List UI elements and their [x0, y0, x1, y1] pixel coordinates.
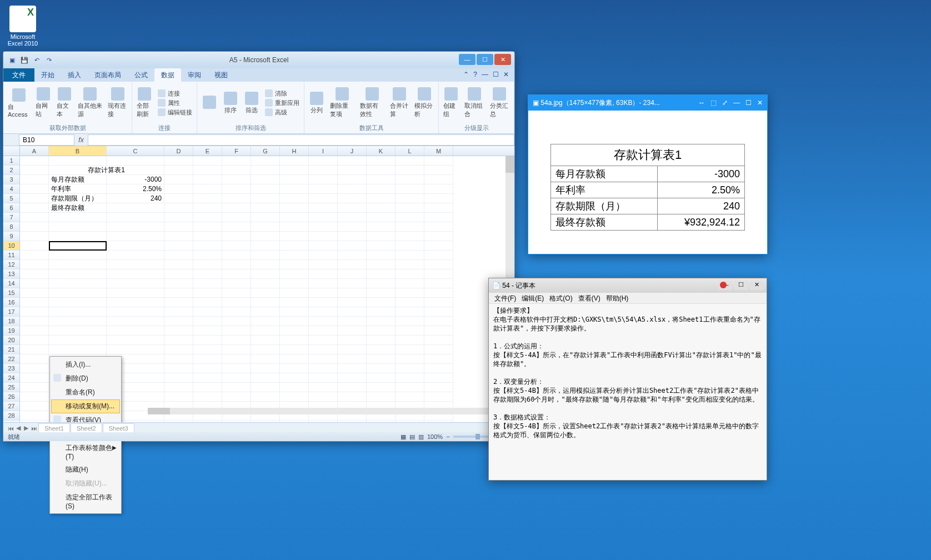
reapply-button[interactable]: 重新应用 — [263, 98, 302, 108]
cell[interactable] — [396, 213, 424, 222]
cell[interactable] — [280, 269, 309, 279]
row-header[interactable]: 23 — [3, 364, 20, 373]
cell[interactable] — [107, 269, 164, 279]
cell[interactable] — [222, 184, 251, 194]
cell[interactable] — [280, 392, 309, 402]
cell[interactable] — [367, 260, 396, 269]
cell[interactable] — [20, 354, 49, 364]
cell[interactable] — [222, 222, 251, 232]
cell[interactable]: 每月存款额 — [49, 175, 107, 184]
cell[interactable] — [338, 336, 367, 345]
cell[interactable] — [396, 392, 424, 402]
cell[interactable] — [424, 298, 453, 307]
notepad-body[interactable]: 【操作要求】 在电子表格软件中打开文档D:\GXKS\tm\5\54\A5.xl… — [489, 304, 767, 442]
cell[interactable] — [222, 307, 251, 317]
qat-undo-icon[interactable]: ↶ — [31, 54, 42, 66]
img-maximize-button[interactable]: ☐ — [745, 99, 752, 107]
cell[interactable] — [367, 175, 396, 184]
cell[interactable] — [222, 326, 251, 336]
cell[interactable] — [367, 364, 396, 373]
cell[interactable] — [309, 317, 338, 326]
cell[interactable] — [193, 354, 222, 364]
tab-home[interactable]: 开始 — [34, 68, 61, 82]
cell[interactable] — [20, 288, 49, 298]
workbook-minimize-icon[interactable]: — — [482, 71, 488, 79]
cell[interactable] — [424, 260, 453, 269]
cell[interactable] — [309, 336, 338, 345]
cell[interactable] — [424, 392, 453, 402]
cell[interactable] — [424, 279, 453, 288]
row-header[interactable]: 5 — [3, 194, 20, 203]
select-all-corner[interactable] — [3, 146, 20, 156]
row-header[interactable]: 20 — [3, 336, 20, 345]
cell[interactable] — [367, 222, 396, 232]
cell[interactable] — [251, 232, 280, 241]
sort-button[interactable]: 排序 — [221, 91, 241, 116]
cell[interactable] — [396, 298, 424, 307]
cell[interactable] — [20, 241, 49, 251]
sheet-tab-2[interactable]: Sheet2 — [71, 423, 102, 433]
cell[interactable] — [367, 354, 396, 364]
cell[interactable] — [193, 232, 222, 241]
cell[interactable] — [107, 307, 164, 317]
cell[interactable] — [309, 166, 338, 175]
cell[interactable] — [193, 279, 222, 288]
cell[interactable] — [424, 184, 453, 194]
cell[interactable]: 存款计算表1 — [49, 166, 164, 175]
cell[interactable] — [338, 354, 367, 364]
cell[interactable] — [164, 222, 193, 232]
cell[interactable] — [338, 156, 367, 166]
img-btn2[interactable]: ⬚ — [710, 99, 717, 107]
tab-nav-next[interactable]: ▶ — [22, 424, 30, 432]
cell[interactable] — [424, 364, 453, 373]
cell[interactable] — [164, 232, 193, 241]
connections-button[interactable]: 连接 — [156, 89, 194, 98]
pin-icon[interactable] — [720, 282, 727, 288]
cell[interactable] — [367, 298, 396, 307]
cell[interactable] — [424, 345, 453, 354]
cell[interactable] — [338, 232, 367, 241]
workbook-restore-icon[interactable]: ☐ — [493, 71, 499, 79]
cell[interactable] — [280, 336, 309, 345]
image-titlebar[interactable]: ▣ 54a.jpg（1475×477像素, 63KB）- 234... ↔ ⬚ … — [528, 95, 767, 111]
cell[interactable] — [424, 166, 453, 175]
cell[interactable] — [338, 345, 367, 354]
cell[interactable] — [193, 345, 222, 354]
excel-close-button[interactable]: ✕ — [494, 54, 511, 65]
cell[interactable] — [280, 260, 309, 269]
tab-view[interactable]: 视图 — [208, 68, 234, 82]
cell[interactable] — [338, 251, 367, 260]
cell[interactable] — [309, 392, 338, 402]
row-header[interactable]: 6 — [3, 203, 20, 213]
column-header[interactable]: J — [338, 146, 367, 156]
cell[interactable] — [396, 156, 424, 166]
cell[interactable] — [251, 307, 280, 317]
cell[interactable] — [424, 222, 453, 232]
zoom-out-button[interactable]: − — [446, 433, 449, 440]
cell[interactable] — [193, 222, 222, 232]
cell[interactable] — [309, 354, 338, 364]
cell[interactable] — [20, 222, 49, 232]
cell[interactable] — [309, 241, 338, 251]
np-maximize-button[interactable]: ☐ — [734, 281, 748, 290]
cell[interactable] — [367, 194, 396, 203]
row-header[interactable]: 25 — [3, 383, 20, 392]
cell[interactable] — [396, 326, 424, 336]
cell[interactable] — [193, 364, 222, 373]
menu-hide[interactable]: 隐藏(H) — [51, 463, 120, 477]
cell[interactable] — [309, 373, 338, 383]
row-header[interactable]: 10 — [3, 241, 20, 251]
cell[interactable] — [164, 251, 193, 260]
cell[interactable] — [222, 317, 251, 326]
cell[interactable] — [309, 213, 338, 222]
cell[interactable] — [193, 298, 222, 307]
cell[interactable] — [222, 241, 251, 251]
cell[interactable] — [49, 345, 107, 354]
cell[interactable] — [309, 232, 338, 241]
cell[interactable] — [367, 373, 396, 383]
cell[interactable] — [193, 203, 222, 213]
cell[interactable] — [309, 364, 338, 373]
cell[interactable] — [424, 213, 453, 222]
cell[interactable] — [20, 260, 49, 269]
cell[interactable] — [367, 307, 396, 317]
